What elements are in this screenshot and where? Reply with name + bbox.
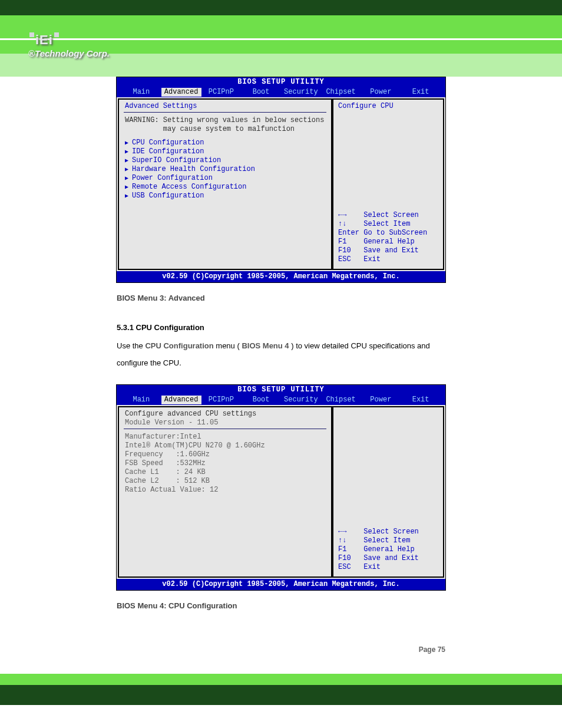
bios-footer: v02.59 (C)Copyright 1985-2005, American … [117, 271, 445, 282]
item-usb-config[interactable]: USB Configuration [125, 192, 325, 200]
cache-l1: Cache L1 : 24 KB [125, 468, 325, 477]
section-heading: 5.3.1 CPU Configuration [117, 323, 445, 332]
bios-menubar: Main Advanced PCIPnP Boot Security Chips… [117, 395, 445, 405]
panel-heading: Configure advanced CPU settings [125, 410, 325, 419]
menu-pcipnp[interactable]: PCIPnP [201, 396, 242, 404]
menu-advanced[interactable]: Advanced [161, 88, 201, 97]
bios-left-panel: Configure advanced CPU settings Module V… [118, 406, 332, 578]
page-number: Page 75 [117, 645, 445, 654]
cpu-frequency: Frequency :1.60GHz [125, 450, 325, 459]
menu-power[interactable]: Power [361, 396, 401, 404]
ratio-actual: Ratio Actual Value: 12 [125, 486, 325, 495]
menu-security[interactable]: Security [281, 396, 321, 404]
bios-title: BIOS SETUP UTILITY [117, 385, 445, 395]
cpu-model: Intel® Atom(TM)CPU N270 @ 1.60GHz [125, 442, 325, 450]
menu-pcipnp[interactable]: PCIPnP [201, 88, 242, 97]
cpu-manufacturer: Manufacturer:Intel [125, 433, 325, 442]
item-power-config[interactable]: Power Configuration [125, 174, 325, 183]
menu-main[interactable]: Main [121, 396, 161, 404]
key-help: ←→ Select Screen ↑↓ Select Item F1 Gener… [338, 528, 438, 572]
menu-chipset[interactable]: Chipset [321, 88, 361, 97]
logo-mark: iEi [28, 32, 110, 48]
menu-boot[interactable]: Boot [241, 88, 281, 97]
module-version: Module Version - 11.05 [125, 419, 325, 427]
item-superio-config[interactable]: SuperIO Configuration [125, 156, 325, 165]
cpu-fsb: FSB Speed :532MHz [125, 459, 325, 468]
menu-chipset[interactable]: Chipset [321, 396, 361, 404]
logo-tagline: ®Technology Corp. [28, 48, 110, 58]
item-cpu-config[interactable]: CPU Configuration [125, 139, 325, 147]
page-header-graphic: iEi ®Technology Corp. [0, 0, 562, 77]
menu-main[interactable]: Main [121, 88, 161, 97]
panel-heading: Advanced Settings [125, 102, 325, 111]
key-help: ←→ Select Screen ↑↓ Select Item Enter Go… [338, 211, 438, 264]
bios-footer: v02.59 (C)Copyright 1985-2005, American … [117, 579, 445, 590]
item-ide-config[interactable]: IDE Configuration [125, 147, 325, 156]
bios-screenshot-cpu-config: BIOS SETUP UTILITY Main Advanced PCIPnP … [116, 384, 446, 591]
figure-caption-1: BIOS Menu 3: Advanced [117, 294, 445, 302]
item-remote-access-config[interactable]: Remote Access Configuration [125, 183, 325, 192]
menu-boot[interactable]: Boot [241, 396, 281, 404]
warning-line1: WARNING: Setting wrong values in below s… [125, 116, 325, 125]
menu-advanced[interactable]: Advanced [161, 396, 201, 404]
brand-logo: iEi ®Technology Corp. [28, 32, 110, 58]
page-footer-graphic [0, 661, 562, 705]
bios-menubar: Main Advanced PCIPnP Boot Security Chips… [117, 87, 445, 97]
figure-caption-2: BIOS Menu 4: CPU Configuration [117, 601, 445, 610]
bios-title: BIOS SETUP UTILITY [117, 77, 445, 87]
bios-right-panel: Configure CPU ←→ Select Screen ↑↓ Select… [332, 98, 444, 270]
cache-l2: Cache L2 : 512 KB [125, 477, 325, 486]
menu-exit[interactable]: Exit [401, 88, 441, 97]
menu-exit[interactable]: Exit [401, 396, 441, 404]
menu-security[interactable]: Security [281, 88, 321, 97]
bios-left-panel: Advanced Settings WARNING: Setting wrong… [118, 98, 332, 270]
bios-screenshot-advanced: BIOS SETUP UTILITY Main Advanced PCIPnP … [116, 77, 446, 283]
menu-power[interactable]: Power [361, 88, 401, 97]
context-help: Configure CPU [338, 102, 438, 111]
bios-right-panel: ←→ Select Screen ↑↓ Select Item F1 Gener… [332, 406, 444, 578]
item-hw-health-config[interactable]: Hardware Health Configuration [125, 165, 325, 174]
warning-line2: may cause system to malfunction [125, 125, 325, 134]
body-paragraph: Use the CPU Configuration menu ( BIOS Me… [117, 338, 445, 371]
